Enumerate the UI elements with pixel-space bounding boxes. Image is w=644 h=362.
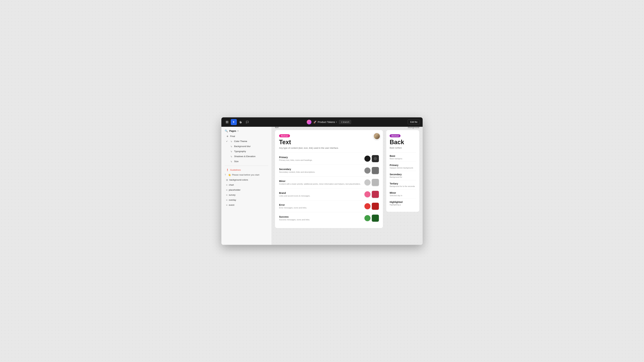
branch-badge[interactable]: 1 branch	[339, 120, 351, 124]
svg-rect-2	[226, 122, 227, 123]
sidebar-overlay-label: overlay	[229, 199, 236, 201]
abstract-badge-bg: Abstract	[390, 134, 400, 137]
token-swatches	[364, 155, 379, 162]
token-info: Minor Content with a lower priority: add…	[279, 180, 364, 185]
bg-token-name: Primary	[390, 164, 416, 166]
diamond-icon: ❖	[226, 135, 229, 138]
bg-token-name: Tertiary	[390, 182, 416, 185]
hand-tool-button[interactable]	[238, 119, 244, 125]
sidebar-item-event[interactable]: ≡ event	[221, 202, 272, 208]
sidebar-header: 🔍 Pages ▾	[221, 127, 272, 134]
toolbar	[224, 119, 250, 125]
sidebar-item-please-read[interactable]: T 👋 Please read before you start	[221, 172, 272, 178]
indent-icon: ↳	[230, 150, 233, 153]
token-swatches	[364, 191, 379, 198]
edit-file-button[interactable]: Edit file	[408, 120, 420, 124]
sidebar-item-survey[interactable]: ≡ survey	[221, 192, 272, 198]
token-info: Brand Links and accent icons & messages.	[279, 192, 364, 197]
token-row-primary: Primary Primary text, links, icons and h…	[279, 152, 379, 164]
text-frame-content: Abstract Text Any type of content (text,…	[275, 130, 383, 228]
text-frame-subtitle: Any type of content (text, icon, link) u…	[279, 147, 379, 149]
token-desc: Success messages, icons and links.	[279, 219, 364, 221]
app-window: 🚀 Product Tokens ▾ 1 branch Edit file 🔍 …	[221, 117, 422, 245]
frame-icon: ≡	[226, 199, 228, 201]
avatar	[374, 133, 380, 140]
sidebar-item-background-colors[interactable]: ⊞ background-colors	[221, 178, 272, 182]
swatch-square	[372, 203, 379, 210]
sidebar-item-chart[interactable]: ≡ chart	[221, 182, 272, 188]
warning-icon: ❗	[226, 169, 229, 171]
bg-token-desc: Selected day in	[390, 194, 416, 196]
swatch-circle	[364, 191, 370, 197]
sidebar-item-overlay[interactable]: ≡ overlay	[221, 198, 272, 202]
bg-token-row-minor: Minor Selected day in	[390, 189, 416, 198]
please-read-label: Please read before you start	[232, 174, 259, 176]
bg-token-desc: Background for to the seconda	[390, 185, 416, 187]
bg-token-desc: Background for	[390, 176, 416, 178]
token-name: Secondary	[279, 168, 364, 170]
branch-label: branch	[343, 121, 349, 123]
token-name: Success	[279, 216, 364, 218]
comment-tool-button[interactable]	[244, 119, 250, 125]
sidebar-item-shadows[interactable]: ↳ Shadows & Elevation	[221, 154, 272, 159]
grid-tool-button[interactable]	[224, 119, 230, 125]
sidebar-item-label: Shadows & Elevation	[234, 155, 256, 158]
swatch-square	[372, 155, 379, 162]
token-info: Success Success messages, icons and link…	[279, 216, 364, 221]
svg-rect-3	[227, 122, 228, 123]
frame-icon: ≡	[226, 194, 228, 196]
token-name: Error	[279, 204, 364, 206]
branch-count: 1	[341, 121, 342, 123]
sidebar-item-label: Color Theme	[234, 140, 247, 142]
svg-rect-0	[226, 121, 227, 122]
text-frame: Abstract Text Any type of content (text,…	[275, 130, 383, 228]
token-desc: Links and accent icons & messages.	[279, 195, 364, 197]
indent-icon: ↳	[230, 145, 233, 148]
swatch-square	[372, 191, 379, 198]
sidebar-item-guidelines[interactable]: ❗ Guidelines	[221, 168, 272, 172]
select-tool-button[interactable]	[231, 119, 237, 125]
sidebar-item-label: Size	[234, 160, 238, 163]
text-frame-wrapper: text Abstract Text Any type of content (…	[275, 130, 383, 242]
token-row-error: Error Error messages, icons and links.	[279, 200, 379, 212]
bg-token-name: Minor	[390, 192, 416, 194]
search-icon: 🔍	[225, 130, 228, 132]
bg-token-desc: Highlighting p	[390, 204, 416, 206]
token-desc: Primary text, links, icons and headings.	[279, 159, 364, 161]
abstract-badge: Abstract	[279, 134, 290, 137]
sidebar-item-color-theme[interactable]: ✓ ↳ Color Theme	[221, 139, 272, 144]
check-icon: ✓	[226, 140, 229, 142]
wave-emoji: 👋	[228, 174, 231, 176]
topbar: 🚀 Product Tokens ▾ 1 branch Edit file	[221, 117, 422, 127]
project-name-label[interactable]: 🚀 Product Tokens ▾	[314, 120, 337, 124]
bg-token-name: Secondary	[390, 173, 416, 176]
sidebar-item-background-blur[interactable]: ↳ Background blur	[221, 144, 272, 149]
frame-icon: ≡	[226, 189, 228, 191]
sidebar-item-typography[interactable]: ↳ Typography	[221, 149, 272, 154]
sidebar-item-placeholder[interactable]: ≡ placeholder	[221, 188, 272, 192]
token-row-success: Success Success messages, icons and link…	[279, 212, 379, 224]
indent-icon: ↳	[230, 160, 233, 163]
background-frame-subtitle: Basic surface	[390, 147, 416, 149]
token-swatches	[364, 203, 379, 210]
sidebar-bg-colors-label: background-colors	[230, 178, 248, 181]
indent-icon: ↳	[230, 155, 233, 158]
token-swatches	[364, 214, 379, 222]
sidebar-item-size[interactable]: ↳ Size	[221, 159, 272, 164]
token-swatches	[364, 179, 379, 186]
swatch-circle	[364, 180, 370, 186]
token-info: Secondary Secondary content, links and d…	[279, 168, 364, 173]
swatch-square	[372, 214, 379, 222]
swatch-circle	[364, 215, 370, 221]
sidebar-item-label: Final	[230, 135, 235, 138]
sidebar-event-label: event	[229, 204, 234, 206]
sidebar-chart-label: chart	[229, 184, 234, 186]
token-row-secondary: Secondary Secondary content, links and d…	[279, 164, 379, 176]
canvas-area: text Abstract Text Any type of content (…	[272, 127, 422, 245]
bg-token-row-tertiary: Tertiary Background for to the seconda	[390, 180, 416, 189]
sidebar-item-final[interactable]: ❖ Final	[221, 134, 272, 139]
text-format-icon: T	[225, 174, 227, 176]
token-swatches	[364, 167, 379, 174]
dropdown-arrow-icon: ▾	[336, 121, 337, 123]
bg-token-desc: Basic backgrou	[390, 158, 416, 160]
